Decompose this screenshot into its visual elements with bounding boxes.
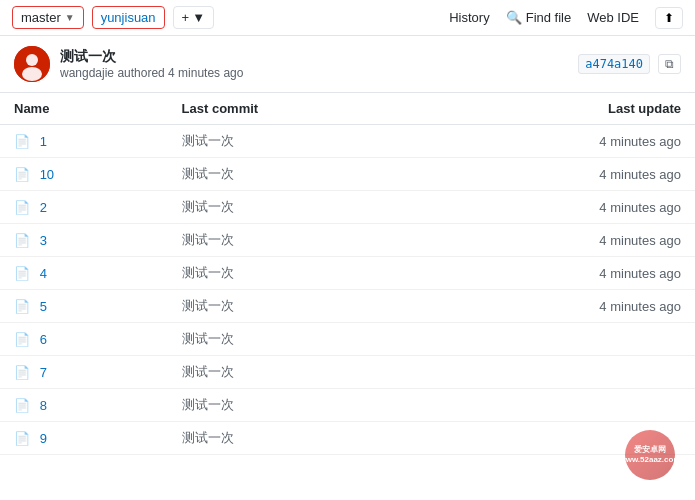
history-link[interactable]: History	[449, 10, 489, 25]
file-name-link[interactable]: 6	[40, 332, 47, 347]
commit-details: 测试一次 wangdajie authored 4 minutes ago	[60, 48, 243, 80]
file-name-cell: 📄 7	[0, 356, 168, 389]
branch-selector[interactable]: master ▼	[12, 6, 84, 29]
file-commit-msg: 测试一次	[182, 199, 234, 214]
user-badge[interactable]: yunjisuan	[92, 6, 165, 29]
file-update-cell: 4 minutes ago	[425, 290, 695, 323]
file-name-link[interactable]: 4	[40, 266, 47, 281]
add-chevron-icon: ▼	[192, 10, 205, 25]
file-table: Name Last commit Last update 📄 1 测试一次 4 …	[0, 93, 695, 455]
history-label: History	[449, 10, 489, 25]
copy-hash-button[interactable]: ⧉	[658, 54, 681, 74]
branch-name: master	[21, 10, 61, 25]
commit-title: 测试一次	[60, 48, 243, 66]
file-name-link[interactable]: 7	[40, 365, 47, 380]
file-name-cell: 📄 2	[0, 191, 168, 224]
file-name-cell: 📄 9	[0, 422, 168, 455]
user-name: yunjisuan	[101, 10, 156, 25]
file-name-cell: 📄 6	[0, 323, 168, 356]
file-commit-cell: 测试一次	[168, 125, 425, 158]
file-icon: 📄	[14, 200, 30, 215]
file-name-link[interactable]: 3	[40, 233, 47, 248]
file-name-link[interactable]: 2	[40, 200, 47, 215]
table-row: 📄 6 测试一次	[0, 323, 695, 356]
file-update-cell	[425, 389, 695, 422]
file-update-cell	[425, 323, 695, 356]
file-commit-msg: 测试一次	[182, 298, 234, 313]
add-icon: +	[182, 10, 190, 25]
file-icon: 📄	[14, 431, 30, 446]
file-update-cell: 4 minutes ago	[425, 224, 695, 257]
find-file-label: Find file	[526, 10, 572, 25]
file-name-cell: 📄 4	[0, 257, 168, 290]
share-icon: ⬆	[664, 11, 674, 25]
file-commit-msg: 测试一次	[182, 166, 234, 181]
file-update-time: 4 minutes ago	[599, 134, 681, 149]
table-header: Name Last commit Last update	[0, 93, 695, 125]
file-icon: 📄	[14, 167, 30, 182]
file-commit-msg: 测试一次	[182, 133, 234, 148]
file-update-cell	[425, 356, 695, 389]
file-update-cell: 4 minutes ago	[425, 191, 695, 224]
file-update-cell: 4 minutes ago	[425, 158, 695, 191]
file-commit-cell: 测试一次	[168, 422, 425, 455]
commit-hash: a474a140	[578, 54, 650, 74]
svg-point-1	[26, 54, 38, 66]
file-icon: 📄	[14, 134, 30, 149]
toolbar-right: History 🔍 Find file Web IDE ⬆	[449, 7, 683, 29]
svg-point-2	[22, 67, 42, 81]
file-commit-cell: 测试一次	[168, 158, 425, 191]
file-update-time: 4 minutes ago	[599, 233, 681, 248]
table-row: 📄 7 测试一次	[0, 356, 695, 389]
file-update-time: 4 minutes ago	[599, 266, 681, 281]
file-name-link[interactable]: 5	[40, 299, 47, 314]
file-commit-cell: 测试一次	[168, 257, 425, 290]
table-row: 📄 8 测试一次	[0, 389, 695, 422]
avatar-icon	[14, 46, 50, 82]
file-name-cell: 📄 10	[0, 158, 168, 191]
commit-info: 测试一次 wangdajie authored 4 minutes ago	[14, 46, 243, 82]
file-update-cell: 4 minutes ago	[425, 125, 695, 158]
file-icon: 📄	[14, 266, 30, 281]
file-name-link[interactable]: 9	[40, 431, 47, 446]
add-button[interactable]: + ▼	[173, 6, 214, 29]
file-icon: 📄	[14, 233, 30, 248]
file-name-link[interactable]: 10	[40, 167, 54, 182]
file-name-cell: 📄 3	[0, 224, 168, 257]
find-file-link[interactable]: 🔍 Find file	[506, 10, 572, 25]
table-row: 📄 4 测试一次 4 minutes ago	[0, 257, 695, 290]
search-icon: 🔍	[506, 10, 522, 25]
web-ide-label: Web IDE	[587, 10, 639, 25]
file-update-cell: 4 minutes ago	[425, 257, 695, 290]
file-commit-msg: 测试一次	[182, 265, 234, 280]
file-name-link[interactable]: 8	[40, 398, 47, 413]
file-icon: 📄	[14, 299, 30, 314]
file-name-link[interactable]: 1	[40, 134, 47, 149]
file-commit-msg: 测试一次	[182, 331, 234, 346]
col-commit-header: Last commit	[168, 93, 425, 125]
file-commit-msg: 测试一次	[182, 364, 234, 379]
commit-bar: 测试一次 wangdajie authored 4 minutes ago a4…	[0, 36, 695, 93]
web-ide-link[interactable]: Web IDE	[587, 10, 639, 25]
watermark-line2: www.52aaz.com	[619, 455, 680, 465]
file-commit-cell: 测试一次	[168, 323, 425, 356]
file-commit-msg: 测试一次	[182, 397, 234, 412]
table-row: 📄 5 测试一次 4 minutes ago	[0, 290, 695, 323]
commit-meta: wangdajie authored 4 minutes ago	[60, 66, 243, 80]
file-update-time: 4 minutes ago	[599, 299, 681, 314]
file-update-time: 4 minutes ago	[599, 167, 681, 182]
col-name-header: Name	[0, 93, 168, 125]
toolbar: master ▼ yunjisuan + ▼ History 🔍 Find fi…	[0, 0, 695, 36]
table-row: 📄 3 测试一次 4 minutes ago	[0, 224, 695, 257]
table-row: 📄 10 测试一次 4 minutes ago	[0, 158, 695, 191]
commit-hash-area: a474a140 ⧉	[578, 54, 681, 74]
file-commit-cell: 测试一次	[168, 389, 425, 422]
file-name-cell: 📄 1	[0, 125, 168, 158]
table-row: 📄 9 测试一次	[0, 422, 695, 455]
file-update-time: 4 minutes ago	[599, 200, 681, 215]
file-commit-cell: 测试一次	[168, 290, 425, 323]
share-button[interactable]: ⬆	[655, 7, 683, 29]
file-icon: 📄	[14, 332, 30, 347]
branch-chevron-icon: ▼	[65, 12, 75, 23]
file-name-cell: 📄 5	[0, 290, 168, 323]
